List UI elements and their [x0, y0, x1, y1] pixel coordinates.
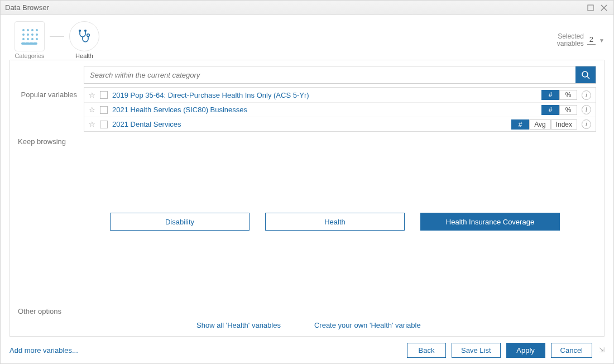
variable-name[interactable]: 2019 Pop 35-64: Direct-Purchase Health I…	[112, 91, 541, 99]
svg-point-8	[27, 33, 29, 36]
selected-variables-label2: variables	[557, 40, 584, 47]
category-health[interactable]: Health	[265, 213, 405, 231]
variable-checkbox[interactable]	[100, 91, 108, 99]
variable-name[interactable]: 2021 Health Services (SIC80) Businesses	[112, 106, 541, 114]
chip-percent[interactable]: %	[559, 90, 577, 100]
resize-handle-icon[interactable]: ⇲	[599, 346, 605, 354]
svg-rect-0	[588, 5, 593, 11]
variable-row: ☆ 2021 Health Services (SIC80) Businesse…	[84, 102, 596, 117]
svg-point-19	[582, 71, 588, 77]
info-icon[interactable]: i	[582, 105, 591, 114]
category-health-insurance[interactable]: Health Insurance Coverage	[420, 213, 560, 231]
chip-number[interactable]: #	[541, 105, 559, 115]
svg-point-17	[79, 30, 81, 32]
cancel-button[interactable]: Cancel	[551, 343, 592, 358]
category-disability[interactable]: Disability	[110, 213, 250, 231]
close-icon[interactable]	[599, 3, 609, 13]
maximize-icon[interactable]	[586, 3, 596, 13]
selected-variables[interactable]: Selected variables 2 ▼	[557, 33, 605, 47]
breadcrumb-categories[interactable]: Categories	[9, 21, 50, 59]
svg-point-14	[36, 38, 38, 40]
variable-checkbox[interactable]	[100, 121, 108, 128]
svg-point-3	[22, 29, 25, 31]
breadcrumb-health[interactable]: Health	[64, 21, 104, 59]
svg-point-11	[22, 38, 25, 40]
back-button[interactable]: Back	[407, 343, 446, 358]
chip-number[interactable]: #	[541, 90, 559, 100]
variable-name[interactable]: 2021 Dental Services	[112, 120, 511, 128]
variable-row: ☆ 2021 Dental Services # Avg Index i	[84, 117, 596, 131]
info-icon[interactable]: i	[582, 119, 591, 129]
chip-avg[interactable]: Avg	[529, 119, 550, 130]
add-more-variables-link[interactable]: Add more variables...	[9, 346, 78, 355]
breadcrumb-health-label: Health	[75, 52, 93, 59]
variable-checkbox[interactable]	[100, 106, 108, 114]
svg-line-20	[587, 76, 589, 79]
favorite-star-icon[interactable]: ☆	[89, 120, 99, 128]
window-title: Data Browser	[5, 3, 49, 12]
create-variable-link[interactable]: Create your own 'Health' variable	[314, 321, 421, 329]
svg-point-16	[87, 34, 90, 37]
favorite-star-icon[interactable]: ☆	[89, 91, 99, 99]
svg-point-10	[36, 33, 38, 36]
svg-point-13	[31, 38, 33, 40]
svg-point-12	[27, 38, 29, 40]
stethoscope-icon	[76, 28, 92, 44]
svg-point-7	[22, 33, 25, 36]
chip-number[interactable]: #	[511, 119, 529, 130]
show-all-link[interactable]: Show all 'Health' variables	[196, 321, 281, 329]
search-icon	[581, 70, 590, 79]
caret-down-icon: ▼	[599, 37, 605, 44]
search-input[interactable]	[84, 66, 575, 83]
save-list-button[interactable]: Save List	[452, 343, 500, 358]
selected-count-badge: 2	[587, 36, 596, 44]
svg-point-18	[85, 30, 87, 32]
chip-percent[interactable]: %	[559, 105, 577, 115]
svg-point-6	[36, 29, 38, 31]
svg-point-9	[31, 33, 33, 36]
search-button[interactable]	[575, 66, 596, 83]
grid-icon	[20, 27, 39, 46]
svg-point-5	[31, 29, 33, 31]
chip-index[interactable]: Index	[551, 119, 577, 130]
other-options-label: Other options	[18, 307, 596, 315]
apply-button[interactable]: Apply	[506, 343, 545, 358]
svg-point-4	[27, 29, 29, 31]
favorite-star-icon[interactable]: ☆	[89, 106, 99, 114]
info-icon[interactable]: i	[582, 90, 591, 100]
breadcrumb-categories-label: Categories	[15, 52, 44, 59]
variable-row: ☆ 2019 Pop 35-64: Direct-Purchase Health…	[84, 88, 596, 102]
popular-label: Popular variables	[18, 87, 84, 99]
keep-browsing-label: Keep browsing	[18, 137, 596, 146]
